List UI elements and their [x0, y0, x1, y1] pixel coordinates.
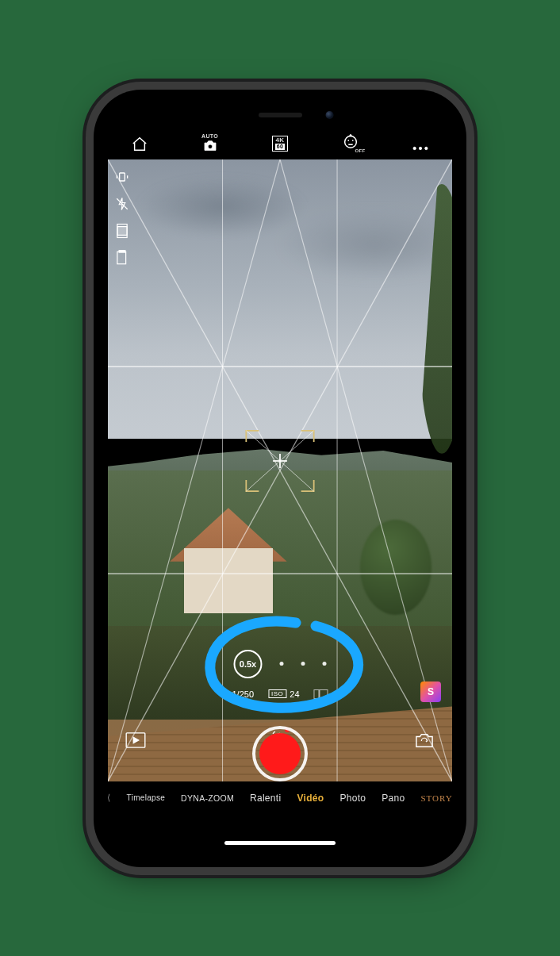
mode-scroll-left-icon[interactable]: ⟨ — [108, 793, 111, 803]
fps-label: 60 — [275, 144, 285, 150]
mode-bar: ⟨ Timelapse DYNA-ZOOM Ralenti Vidéo Phot… — [108, 781, 452, 853]
phone-frame: AUTO 4K 60 — [94, 90, 466, 867]
auto-label: AUTO — [201, 133, 218, 139]
resolution-label: 4K — [276, 137, 285, 144]
house — [170, 501, 287, 613]
last-capture-button[interactable] — [125, 732, 146, 751]
story-quick-badge[interactable]: S — [420, 681, 441, 702]
svg-point-3 — [351, 140, 353, 141]
ev-indicator[interactable] — [314, 689, 328, 699]
svg-rect-20 — [119, 250, 125, 252]
zoom-step-dot[interactable] — [301, 662, 305, 666]
focus-indicator[interactable] — [244, 429, 316, 493]
more-button[interactable] — [405, 145, 436, 152]
home-icon — [131, 136, 148, 152]
zoom-step-dot[interactable] — [280, 662, 284, 666]
flash-off-icon — [115, 196, 129, 212]
mode-photo[interactable]: Photo — [339, 793, 366, 804]
mode-dynazoom[interactable]: DYNA-ZOOM — [181, 793, 234, 803]
bush — [360, 520, 432, 615]
story-badge-label: S — [428, 686, 434, 697]
zoom-selector[interactable]: 0.5x — [234, 650, 327, 678]
switch-camera-button[interactable] — [414, 731, 435, 752]
svg-point-2 — [347, 140, 349, 141]
svg-rect-15 — [120, 173, 125, 181]
front-camera — [326, 111, 334, 119]
timer-off-label: OFF — [355, 148, 366, 153]
iso-value[interactable]: 24 — [290, 689, 299, 699]
format-icon — [115, 250, 129, 266]
mode-story[interactable]: STORY — [420, 793, 452, 803]
left-toolbar — [113, 167, 132, 267]
zoom-value: 0.5x — [240, 659, 256, 669]
svg-point-5 — [419, 147, 421, 149]
viewfinder[interactable]: 0.5x 1/250 ISO 24 S — [108, 159, 452, 781]
earpiece — [259, 113, 302, 117]
camera-icon — [202, 140, 218, 152]
exposure-info: 1/250 ISO 24 — [232, 689, 328, 699]
svg-point-0 — [208, 144, 212, 148]
home-indicator[interactable] — [224, 841, 336, 845]
mode-row[interactable]: ⟨ Timelapse DYNA-ZOOM Ralenti Vidéo Phot… — [108, 793, 452, 804]
mode-video[interactable]: Vidéo — [297, 793, 324, 804]
flash-button[interactable] — [113, 194, 132, 213]
iso-label: ISO — [268, 689, 286, 698]
zoom-level-selected[interactable]: 0.5x — [234, 650, 263, 678]
svg-point-1 — [344, 136, 356, 148]
mode-ralenti[interactable]: Ralenti — [250, 793, 281, 804]
screen: AUTO 4K 60 — [108, 104, 452, 853]
sky-bg — [108, 159, 452, 440]
self-timer-button[interactable]: OFF — [335, 132, 366, 152]
more-icon — [412, 145, 429, 152]
resolution-button[interactable]: 4K 60 — [264, 136, 296, 152]
aspect-icon — [116, 223, 128, 239]
svg-point-6 — [425, 147, 428, 149]
aspect-button[interactable] — [113, 221, 132, 240]
auto-mode-button[interactable]: AUTO — [194, 133, 226, 152]
home-button[interactable] — [124, 136, 155, 152]
svg-rect-18 — [117, 226, 127, 235]
play-thumbnail-icon — [125, 732, 146, 748]
zoom-step-dot[interactable] — [323, 662, 327, 666]
shutter-speed[interactable]: 1/250 — [232, 689, 254, 699]
switch-camera-icon — [414, 731, 435, 749]
format-button[interactable] — [113, 248, 132, 267]
record-button[interactable] — [252, 726, 308, 781]
mode-pano[interactable]: Pano — [382, 793, 405, 804]
timer-face-icon — [342, 132, 359, 150]
svg-point-4 — [413, 147, 416, 149]
stabilize-button[interactable] — [113, 167, 132, 186]
record-inner — [259, 733, 301, 774]
stabilize-icon — [114, 169, 130, 185]
mode-timelapse[interactable]: Timelapse — [127, 793, 165, 802]
notch — [203, 104, 358, 126]
svg-rect-19 — [117, 251, 126, 263]
